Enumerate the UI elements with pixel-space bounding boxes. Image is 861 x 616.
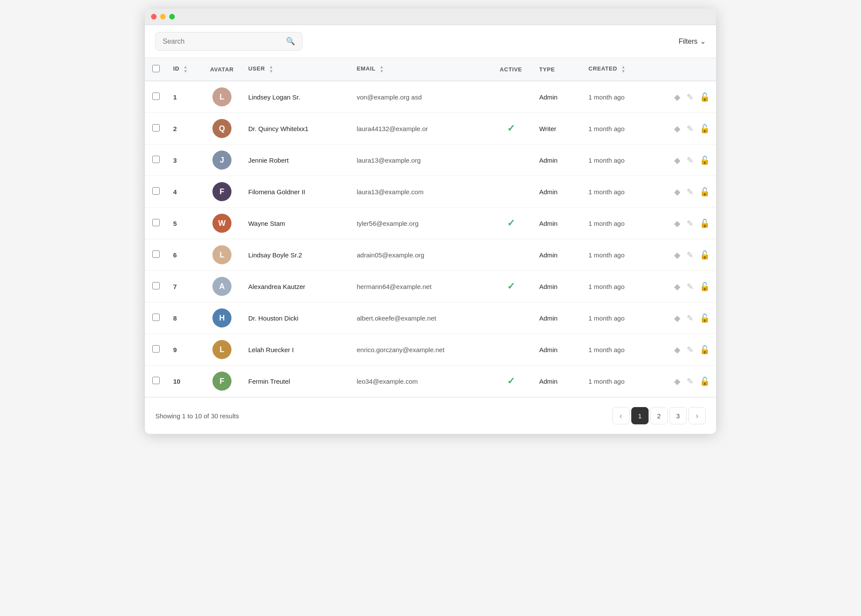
cell-type-3: Admin	[533, 144, 582, 176]
footer: Showing 1 to 10 of 30 results ‹ 1 2 3 ›	[145, 397, 716, 434]
row-checkbox-4[interactable]	[152, 187, 160, 195]
cell-active-10: ✓	[489, 366, 533, 397]
avatar: Q	[212, 119, 231, 138]
edit-icon[interactable]: ✎	[687, 376, 694, 386]
active-check-icon: ✓	[495, 375, 527, 387]
next-page-button[interactable]: ›	[688, 407, 706, 424]
lock-icon[interactable]: 🔓	[700, 345, 710, 355]
header-id[interactable]: ID ▲▼	[167, 58, 202, 81]
close-button[interactable]	[151, 14, 157, 19]
filters-button[interactable]: Filters ⌄	[678, 37, 706, 45]
cell-avatar-3: J	[202, 144, 242, 176]
shield-icon[interactable]: ◆	[674, 218, 681, 228]
row-checkbox-1[interactable]	[152, 93, 160, 100]
maximize-button[interactable]	[169, 14, 175, 19]
header-email[interactable]: EMAIL ▲▼	[350, 58, 488, 81]
header-active: ACTIVE	[489, 58, 533, 81]
shield-icon[interactable]: ◆	[674, 124, 681, 134]
lock-icon[interactable]: 🔓	[700, 92, 710, 102]
header-user[interactable]: USER ▲▼	[242, 58, 351, 81]
cell-email-7: hermann64@example.net	[350, 271, 488, 302]
cell-id-8: 8	[167, 302, 202, 334]
table-row: 4FFilomena Goldner IIlaura13@example.com…	[145, 176, 716, 208]
table-row: 2QDr. Quincy Whitelxx1laura44132@example…	[145, 113, 716, 144]
user-sort-icon[interactable]: ▲▼	[269, 65, 274, 74]
row-checkbox-3[interactable]	[152, 156, 160, 163]
select-all-checkbox[interactable]	[152, 65, 160, 72]
shield-icon[interactable]: ◆	[674, 92, 681, 102]
cell-actions-3: ◆ ✎ 🔓	[661, 144, 716, 176]
row-checkbox-5[interactable]	[152, 219, 160, 226]
cell-active-2: ✓	[489, 113, 533, 144]
search-box[interactable]: 🔍	[155, 32, 302, 51]
table-row: 7AAlexandrea Kautzerhermann64@example.ne…	[145, 271, 716, 302]
row-checkbox-8[interactable]	[152, 314, 160, 321]
id-sort-icon[interactable]: ▲▼	[183, 65, 188, 74]
lock-icon[interactable]: 🔓	[700, 124, 710, 134]
lock-icon[interactable]: 🔓	[700, 218, 710, 228]
row-checkbox-10[interactable]	[152, 377, 160, 384]
lock-icon[interactable]: 🔓	[700, 376, 710, 386]
cell-created-4: 1 month ago	[582, 176, 661, 208]
search-input[interactable]	[163, 38, 282, 45]
lock-icon[interactable]: 🔓	[700, 282, 710, 292]
edit-icon[interactable]: ✎	[687, 124, 694, 134]
avatar: L	[212, 87, 231, 106]
cell-avatar-8: H	[202, 302, 242, 334]
row-checkbox-2[interactable]	[152, 124, 160, 132]
shield-icon[interactable]: ◆	[674, 187, 681, 197]
shield-icon[interactable]: ◆	[674, 155, 681, 165]
edit-icon[interactable]: ✎	[687, 218, 694, 228]
lock-icon[interactable]: 🔓	[700, 313, 710, 323]
lock-icon[interactable]: 🔓	[700, 250, 710, 260]
lock-icon[interactable]: 🔓	[700, 187, 710, 197]
lock-icon[interactable]: 🔓	[700, 155, 710, 165]
shield-icon[interactable]: ◆	[674, 376, 681, 386]
avatar: F	[212, 372, 231, 391]
cell-user-9: Lelah Ruecker I	[242, 334, 351, 366]
cell-email-6: adrain05@example.org	[350, 239, 488, 271]
edit-icon[interactable]: ✎	[687, 187, 694, 197]
edit-icon[interactable]: ✎	[687, 250, 694, 260]
cell-id-2: 2	[167, 113, 202, 144]
cell-actions-5: ◆ ✎ 🔓	[661, 208, 716, 239]
avatar: J	[212, 151, 231, 170]
page-2-button[interactable]: 2	[650, 407, 668, 424]
row-checkbox-6[interactable]	[152, 250, 160, 258]
header-avatar: AVATAR	[202, 58, 242, 81]
cell-active-6	[489, 239, 533, 271]
header-created[interactable]: CREATED ▲▼	[582, 58, 661, 81]
email-sort-icon[interactable]: ▲▼	[379, 65, 384, 74]
row-checkbox-9[interactable]	[152, 345, 160, 353]
edit-icon[interactable]: ✎	[687, 313, 694, 323]
avatar: W	[212, 214, 231, 233]
page-3-button[interactable]: 3	[669, 407, 687, 424]
prev-page-button[interactable]: ‹	[612, 407, 630, 424]
minimize-button[interactable]	[160, 14, 166, 19]
edit-icon[interactable]: ✎	[687, 92, 694, 102]
shield-icon[interactable]: ◆	[674, 313, 681, 323]
edit-icon[interactable]: ✎	[687, 345, 694, 355]
table-row: 10FFermin Treutelleo34@example.com✓Admin…	[145, 366, 716, 397]
created-sort-icon[interactable]: ▲▼	[621, 65, 626, 74]
titlebar	[145, 9, 716, 25]
page-1-button[interactable]: 1	[631, 407, 649, 424]
cell-user-10: Fermin Treutel	[242, 366, 351, 397]
cell-avatar-6: L	[202, 239, 242, 271]
shield-icon[interactable]: ◆	[674, 250, 681, 260]
cell-id-7: 7	[167, 271, 202, 302]
row-checkbox-7[interactable]	[152, 282, 160, 289]
edit-icon[interactable]: ✎	[687, 155, 694, 165]
cell-user-7: Alexandrea Kautzer	[242, 271, 351, 302]
cell-actions-2: ◆ ✎ 🔓	[661, 113, 716, 144]
avatar: F	[212, 182, 231, 201]
shield-icon[interactable]: ◆	[674, 282, 681, 292]
header-checkbox[interactable]	[145, 58, 167, 81]
edit-icon[interactable]: ✎	[687, 282, 694, 292]
cell-id-5: 5	[167, 208, 202, 239]
shield-icon[interactable]: ◆	[674, 345, 681, 355]
avatar: H	[212, 308, 231, 327]
cell-type-5: Admin	[533, 208, 582, 239]
cell-email-5: tyler56@example.org	[350, 208, 488, 239]
cell-created-1: 1 month ago	[582, 81, 661, 113]
